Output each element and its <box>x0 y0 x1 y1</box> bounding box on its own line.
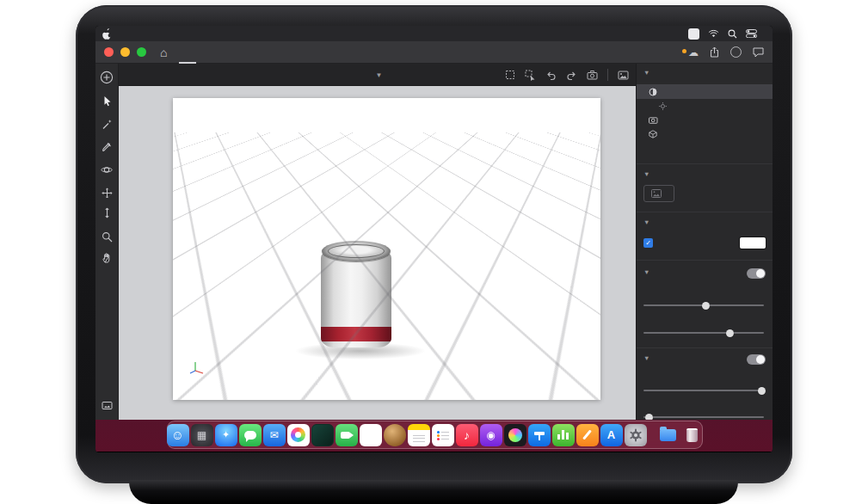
dock-icon-numbers[interactable] <box>552 424 575 446</box>
slider-knob[interactable] <box>645 414 653 421</box>
render-preview-icon[interactable] <box>618 70 629 81</box>
panel-divider <box>637 163 773 164</box>
macbook-base <box>129 480 738 504</box>
dock-icon-system-preferences[interactable] <box>625 424 647 446</box>
home-icon[interactable]: ⌂ <box>160 46 167 58</box>
dock-icon-calendar[interactable] <box>360 424 382 446</box>
window-titlebar: ⌂ ☁ <box>95 41 773 64</box>
help-icon[interactable] <box>730 46 742 58</box>
dock-icon-dimension[interactable] <box>311 424 334 446</box>
slider-knob[interactable] <box>758 387 766 395</box>
slider-knob[interactable] <box>702 302 710 310</box>
can-lid <box>322 241 391 261</box>
fullscreen-button[interactable] <box>137 47 146 57</box>
tool-rail <box>95 64 119 420</box>
chevron-down-icon: ▼ <box>643 218 649 226</box>
dock-icon-photos[interactable] <box>287 424 310 446</box>
scene-item-camera[interactable] <box>637 113 773 127</box>
tab-design[interactable] <box>179 41 196 64</box>
dock-icon-folder[interactable] <box>657 424 680 446</box>
dock-icon-podcasts[interactable] <box>480 424 502 446</box>
tab-render[interactable] <box>196 41 213 64</box>
share-icon[interactable] <box>710 46 719 58</box>
chevron-down-icon: ▼ <box>643 69 649 77</box>
orbit-tool[interactable] <box>95 164 118 175</box>
dock-icon-trash[interactable] <box>681 424 704 446</box>
ground-section-header[interactable]: ▼ <box>643 354 654 362</box>
apple-menu-icon[interactable] <box>102 28 112 40</box>
dock-icon-safari[interactable] <box>215 424 237 446</box>
dock-icon-facetime[interactable] <box>336 424 358 446</box>
panel-divider <box>637 212 773 212</box>
global-intensity-slider[interactable] <box>643 304 764 306</box>
dock-icon-keynote[interactable] <box>528 424 551 446</box>
dolly-tool[interactable] <box>95 207 118 218</box>
actions-section-header[interactable]: ▼ <box>643 170 654 178</box>
match-image-button[interactable] <box>643 185 674 202</box>
scene-item-environment-light[interactable] <box>637 99 773 114</box>
reflection-opacity-slider[interactable] <box>643 416 764 418</box>
shadow-opacity-slider[interactable] <box>643 390 764 391</box>
hand-tool[interactable] <box>95 252 118 263</box>
food-can-model[interactable] <box>321 241 391 354</box>
background-row <box>643 237 766 249</box>
mode-tabs <box>179 41 213 64</box>
pan-tool[interactable] <box>95 187 118 199</box>
wifi-icon[interactable] <box>708 29 719 38</box>
input-source-icon[interactable] <box>688 28 699 40</box>
dock-icon-finder[interactable] <box>167 424 189 446</box>
viewport[interactable] <box>119 86 636 420</box>
dock-icon-app-store[interactable] <box>600 424 623 446</box>
slider-knob[interactable] <box>726 329 734 337</box>
sampler-tool[interactable] <box>95 141 118 152</box>
screen: ⌂ ☁ <box>95 26 773 452</box>
frame-icon[interactable] <box>505 70 515 80</box>
control-center-icon[interactable] <box>746 29 757 38</box>
dock-icon-pages[interactable] <box>576 424 599 446</box>
zoom-tool[interactable] <box>95 231 118 243</box>
properties-section-header[interactable]: ▼ <box>643 218 654 226</box>
background-color-swatch[interactable] <box>740 237 766 249</box>
global-light-toggle[interactable] <box>747 268 766 279</box>
comments-icon[interactable] <box>753 47 764 58</box>
close-button[interactable] <box>104 47 114 57</box>
dock-icon-launchpad[interactable] <box>191 424 213 446</box>
global-rotation-slider[interactable] <box>643 332 764 334</box>
artboard[interactable] <box>173 98 600 400</box>
can-red-band <box>321 327 391 341</box>
scene-section-header[interactable]: ▼ <box>643 69 654 77</box>
background-checkbox[interactable] <box>643 238 653 248</box>
camera-bookmark-icon[interactable] <box>587 70 598 81</box>
dock-icon-messages[interactable] <box>239 424 262 446</box>
zoom-control[interactable]: ▼ <box>372 71 383 78</box>
dock-icon-unknown-brown-app[interactable] <box>384 424 406 446</box>
dock-icon-reminders[interactable] <box>432 424 454 446</box>
ground-toggle[interactable] <box>747 354 766 365</box>
canvas-toolbar: ▼ <box>119 64 636 86</box>
scene-item-food-can[interactable] <box>637 126 773 141</box>
dimension-window: ⌂ ☁ <box>95 41 773 420</box>
sync-status-cloud-icon[interactable]: ☁ <box>688 46 699 58</box>
marquee-select-icon[interactable] <box>525 70 536 81</box>
properties-panel: ▼ <box>636 64 773 420</box>
minimize-button[interactable] <box>120 47 130 57</box>
undo-icon[interactable] <box>545 70 557 81</box>
toolbar-divider <box>607 69 608 81</box>
scene-item-environment[interactable] <box>637 84 773 99</box>
redo-icon[interactable] <box>566 70 577 81</box>
dock-icon-music[interactable] <box>456 424 478 446</box>
dock-icon-siri[interactable] <box>504 424 526 446</box>
dock <box>167 421 703 449</box>
render-export-icon[interactable] <box>95 400 118 411</box>
global-light-section-header[interactable]: ▼ <box>643 268 654 276</box>
select-tool[interactable] <box>95 95 118 108</box>
add-content-button[interactable] <box>95 71 118 84</box>
sync-badge <box>682 49 686 53</box>
dock-icon-notes[interactable] <box>408 424 430 446</box>
dock-icon-mail[interactable] <box>263 424 286 446</box>
chevron-down-icon: ▼ <box>643 354 649 362</box>
panel-divider <box>637 260 773 261</box>
search-icon[interactable] <box>728 29 737 39</box>
menu-bar <box>95 26 773 41</box>
magic-wand-tool[interactable] <box>95 119 118 130</box>
